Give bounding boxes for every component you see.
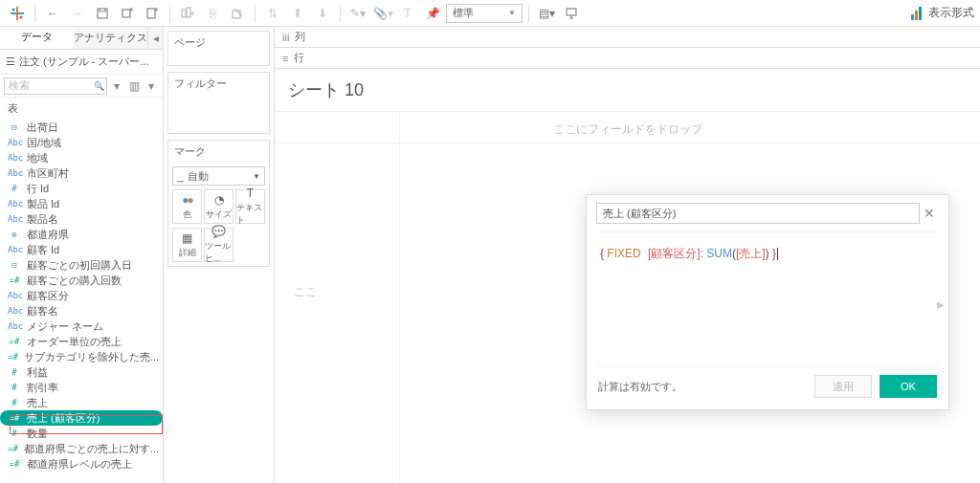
field-label: 地域 — [27, 151, 48, 165]
rows-shelf[interactable]: ≡ 行 — [275, 48, 980, 69]
abc-icon: Abc — [8, 321, 21, 331]
mark-text-button[interactable]: Tテキスト — [235, 189, 265, 224]
field-label: 行 Id — [27, 182, 49, 196]
field-label: 国/地域 — [27, 136, 61, 150]
calc-icon: =# — [8, 337, 21, 346]
detail-icon: ▦ — [182, 231, 192, 245]
field-label: 顧客ごとの初回購入日 — [27, 258, 132, 273]
num-icon: # — [8, 367, 21, 377]
fit-dropdown[interactable]: 標準▼ — [446, 4, 523, 23]
field-row[interactable]: ⊕都道府県 — [0, 227, 163, 242]
mark-detail-button[interactable]: ▦詳細 — [172, 228, 202, 262]
cards-icon[interactable]: ▤▾ — [535, 2, 558, 25]
logo-icon — [6, 2, 29, 25]
field-row[interactable]: Abc顧客区分 — [0, 288, 163, 303]
field-row[interactable]: Abc製品 Id — [0, 196, 163, 211]
clear-icon[interactable] — [226, 2, 249, 25]
columns-shelf[interactable]: iii 列 — [275, 27, 980, 48]
field-row[interactable]: =#顧客ごとの購入回数 — [0, 273, 163, 288]
size-icon: ◔ — [214, 193, 224, 207]
field-row[interactable]: =#都道府県ごとの売上に対す... — [0, 441, 163, 456]
field-label: 顧客 Id — [27, 243, 59, 257]
newsheet-icon[interactable] — [176, 2, 199, 25]
field-label: 利益 — [27, 365, 48, 380]
apply-button[interactable]: 適用 — [814, 375, 872, 398]
field-label: 製品名 — [27, 212, 58, 227]
back-icon[interactable]: ← — [41, 2, 64, 25]
date-icon: ⊟ — [8, 260, 21, 270]
field-row[interactable]: #数量 — [0, 426, 163, 441]
mark-tooltip-button[interactable]: 💬ツールヒ... — [204, 228, 234, 262]
search-input[interactable]: 検索 — [4, 77, 107, 95]
date-icon: ⊟ — [8, 122, 21, 132]
field-label: 出荷日 — [27, 121, 58, 135]
svg-rect-11 — [911, 14, 914, 20]
datasource-row[interactable]: ☰ 注文 (サンプル - スーパー... — [0, 50, 163, 75]
field-row[interactable]: Abc国/地域 — [0, 135, 163, 150]
field-label: 売上 (顧客区分) — [27, 411, 100, 426]
field-row[interactable]: Abc顧客 Id — [0, 242, 163, 257]
calc-name-input[interactable]: 売上 (顧客区分) — [596, 203, 920, 224]
field-row[interactable]: ⊟出荷日 — [0, 120, 163, 135]
side-collapse-icon[interactable]: ◂ — [147, 27, 163, 49]
field-row[interactable]: Abcメジャー ネーム — [0, 318, 163, 334]
field-row[interactable]: Abc製品名 — [0, 211, 163, 227]
field-row[interactable]: Abc顧客名 — [0, 303, 163, 318]
marks-type-select[interactable]: ⎯自動 ▼ — [172, 166, 265, 186]
showme-button[interactable]: 表示形式 — [911, 5, 974, 21]
pin-icon[interactable]: 📌 — [421, 2, 444, 25]
present-icon[interactable] — [560, 2, 583, 25]
field-row[interactable]: =#売上 (顧客区分) — [0, 410, 163, 426]
ok-button[interactable]: OK — [880, 375, 937, 398]
field-row[interactable]: =#サブカテゴリを除外した売... — [0, 349, 163, 364]
duplicate-icon[interactable]: ⎘ — [201, 2, 224, 25]
forward-icon[interactable]: → — [66, 2, 89, 25]
field-row[interactable]: Abc地域 — [0, 150, 163, 165]
svg-rect-7 — [182, 10, 186, 17]
field-row[interactable]: =#都道府県レベルの売上 — [0, 456, 163, 472]
field-row[interactable]: #行 Id — [0, 181, 163, 196]
abc-icon: Abc — [8, 291, 21, 300]
field-row[interactable]: #割引率 — [0, 380, 163, 395]
showme-icon — [911, 7, 924, 20]
cards-column: ページ フィルター マーク ⎯自動 ▼ ●●色 ◔サイズ Tテキスト ▦詳細 — [164, 27, 275, 483]
mark-color-button[interactable]: ●●色 — [172, 189, 202, 224]
field-row[interactable]: Abc市区町村 — [0, 165, 163, 181]
filter-icon[interactable]: ▾ — [109, 78, 124, 94]
rows-icon: ≡ — [282, 53, 288, 64]
tab-data[interactable]: データ — [0, 27, 74, 49]
mark-size-button[interactable]: ◔サイズ — [204, 189, 234, 224]
svg-rect-5 — [122, 10, 130, 17]
field-row[interactable]: ⊟顧客ごとの初回購入日 — [0, 257, 163, 273]
highlight-icon[interactable]: ✎▾ — [346, 2, 369, 25]
view-icon[interactable]: ▥ — [126, 78, 142, 94]
calc-dialog: 売上 (顧客区分) ✕ { FIXED [顧客区分]: SUM([売上]) } … — [586, 194, 949, 410]
abc-icon: Abc — [8, 245, 21, 254]
rows-label: 行 — [294, 51, 304, 65]
close-icon[interactable]: ✕ — [920, 206, 939, 221]
field-row[interactable]: =#オーダー単位の売上 — [0, 334, 163, 349]
field-row[interactable]: #利益 — [0, 364, 163, 380]
sortasc-icon[interactable]: ⬆ — [286, 2, 309, 25]
calc-formula-editor[interactable]: { FIXED [顧客区分]: SUM([売上]) } ▶ — [587, 232, 948, 366]
calc-icon: =# — [8, 444, 18, 453]
sortdesc-icon[interactable]: ⬇ — [311, 2, 334, 25]
auto-icon: ⎯ — [177, 170, 184, 182]
abc-icon: Abc — [8, 138, 21, 147]
newds-icon[interactable] — [116, 2, 139, 25]
svg-rect-13 — [919, 7, 922, 20]
swap-icon[interactable]: ⇅ — [261, 2, 284, 25]
menu-icon[interactable]: ▾ — [144, 78, 159, 94]
columns-icon: iii — [282, 32, 289, 43]
calc-icon: =# — [8, 459, 21, 469]
tooltip-icon: 💬 — [212, 225, 226, 238]
label-icon[interactable]: T — [396, 2, 419, 25]
expand-icon[interactable]: ▶ — [937, 299, 945, 310]
newws-icon[interactable] — [141, 2, 164, 25]
field-label: 都道府県ごとの売上に対す... — [24, 442, 159, 456]
fit-label: 標準 — [453, 6, 474, 20]
tab-analytics[interactable]: アナリティクス — [74, 27, 147, 49]
field-row[interactable]: #売上 — [0, 395, 163, 410]
group-icon[interactable]: 📎▾ — [371, 2, 394, 25]
save-icon[interactable] — [91, 2, 114, 25]
